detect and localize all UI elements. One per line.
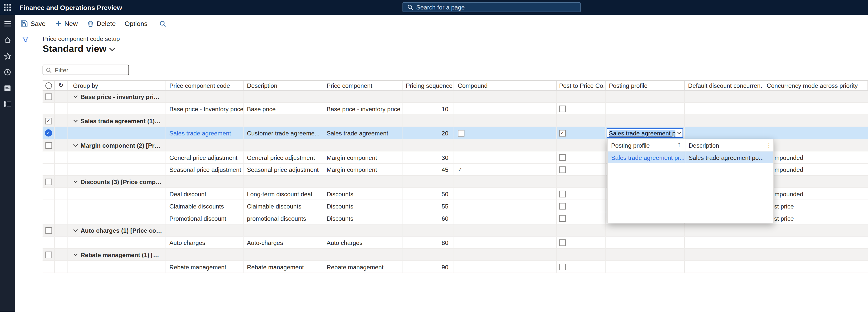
posting-profile-lookup-flyout: Posting profile ↑ Description ⋮ Sales tr… [607, 139, 774, 223]
global-search-placeholder: Search for a page [416, 4, 465, 11]
group-checkbox[interactable] [45, 178, 52, 185]
chevron-down-icon[interactable] [73, 95, 78, 98]
col-header-component[interactable]: Price component [323, 81, 403, 90]
post-checkbox[interactable] [559, 264, 566, 270]
group-checkbox[interactable]: ✓ [45, 117, 52, 124]
post-checkbox[interactable] [559, 215, 566, 221]
selected-row-indicator[interactable]: ✓ [45, 130, 52, 137]
grid-row-selected[interactable]: ✓ Sales trade agreement Customer trade a… [43, 127, 868, 139]
refresh-button[interactable]: ↻ [55, 81, 67, 90]
code-cell: General price adjustment [166, 151, 244, 163]
flyout-col-posting-profile[interactable]: Posting profile ↑ [608, 139, 685, 151]
app-window: Finance and Operations Preview Search fo… [0, 0, 868, 312]
col-header-compound[interactable]: Compound [454, 81, 557, 90]
app-title: Finance and Operations Preview [20, 3, 122, 11]
combobox-dropdown-button[interactable] [676, 129, 683, 137]
col-header-sequence[interactable]: Pricing sequence [403, 81, 454, 90]
posting-profile-combobox[interactable]: Sales trade agreement p [607, 128, 683, 138]
hamburger-icon [3, 21, 11, 27]
col-header-description[interactable]: Description [244, 81, 323, 90]
sidebar-item-workspaces[interactable] [0, 82, 15, 94]
view-selector[interactable]: Standard view [43, 44, 115, 55]
code-cell: Auto charges [166, 237, 244, 248]
chevron-down-icon[interactable] [73, 143, 78, 147]
select-all-circle-icon [45, 82, 52, 89]
grid-header-row: ↻ Group by Price component code Descript… [43, 80, 868, 91]
code-cell: Promotional discount [166, 212, 244, 224]
flyout-lookup-row[interactable]: Sales trade agreement pr... Sales trade … [608, 151, 773, 163]
clock-icon [4, 68, 11, 76]
grid-row[interactable]: Auto charges Auto-charges Auto charges 8… [43, 237, 868, 249]
post-checkbox[interactable] [559, 166, 566, 173]
code-cell: Deal discount [166, 188, 244, 200]
chevron-down-icon[interactable] [73, 119, 78, 123]
group-label: Rebate management (1) [Pri... [81, 251, 162, 258]
kebab-menu-icon[interactable]: ⋮ [764, 142, 773, 149]
filter-input[interactable] [54, 66, 122, 74]
group-checkbox[interactable] [45, 93, 52, 100]
col-header-concurrency[interactable]: Concurrency mode across priority [763, 81, 868, 90]
expand-nav-button[interactable] [0, 18, 15, 30]
group-label: Discounts (3) [Price compon... [81, 178, 162, 185]
sidebar-item-home[interactable] [0, 34, 15, 46]
col-header-group-by[interactable]: Group by [67, 81, 166, 90]
compound-checkbox[interactable] [458, 130, 464, 136]
flyout-header-row: Posting profile ↑ Description ⋮ [608, 139, 773, 152]
chevron-down-icon[interactable] [73, 180, 78, 183]
group-label: Margin component (2) [Pric... [81, 142, 162, 149]
task-list-icon [4, 101, 11, 107]
grid-row[interactable]: Base price - Inventory price Base price … [43, 103, 868, 115]
options-menu-button[interactable]: Options [125, 20, 148, 28]
col-header-post[interactable]: Post to Price Co... [557, 81, 606, 90]
funnel-icon [22, 36, 29, 42]
chevron-down-icon[interactable] [73, 229, 78, 232]
group-checkbox[interactable] [45, 251, 52, 258]
chevron-down-icon [109, 47, 115, 51]
flyout-col-description[interactable]: Description [685, 139, 764, 151]
post-checkbox[interactable] [559, 203, 566, 209]
compound-check: ✓ [458, 166, 462, 172]
filter-pane-button[interactable] [22, 35, 29, 45]
group-checkbox[interactable] [45, 142, 52, 149]
save-button[interactable]: Save [21, 20, 46, 28]
sidebar-item-favorites[interactable] [0, 50, 15, 62]
trash-icon [88, 20, 94, 27]
breadcrumb[interactable]: Price component code setup [43, 35, 120, 42]
global-search-box[interactable]: Search for a page [403, 2, 581, 12]
refresh-icon: ↻ [58, 82, 63, 88]
post-checkbox[interactable]: ✓ [559, 130, 566, 136]
sidebar-item-recent[interactable] [0, 66, 15, 78]
select-all-header[interactable] [43, 81, 55, 90]
app-launcher-button[interactable] [0, 0, 15, 15]
group-row[interactable]: Base price - inventory price ... [43, 91, 868, 103]
sidebar-item-modules[interactable] [0, 98, 15, 110]
grid-row[interactable]: Rebate management Rebate management Reba… [43, 261, 868, 273]
top-bar: Finance and Operations Preview Search fo… [0, 0, 868, 15]
plus-icon [56, 21, 61, 27]
post-checkbox[interactable] [559, 239, 566, 246]
col-header-code[interactable]: Price component code [166, 81, 244, 90]
chevron-down-icon[interactable] [73, 253, 78, 256]
home-icon [3, 36, 11, 43]
group-row[interactable]: Auto charges (1) [Price com... [43, 224, 868, 237]
command-search-button[interactable] [160, 20, 166, 27]
post-checkbox[interactable] [559, 190, 566, 197]
sort-ascending-icon: ↑ [677, 142, 681, 148]
search-icon [160, 20, 166, 27]
star-icon [3, 52, 11, 59]
group-checkbox[interactable] [45, 227, 52, 234]
group-label: Base price - inventory price ... [81, 93, 162, 100]
col-header-default-discount[interactable]: Default discount concurren... [685, 81, 763, 90]
post-checkbox[interactable] [559, 154, 566, 161]
code-cell: Rebate management [166, 261, 244, 273]
post-checkbox[interactable] [559, 105, 566, 112]
col-header-posting-profile[interactable]: Posting profile [606, 81, 685, 90]
group-row[interactable]: Rebate management (1) [Pri... [43, 249, 868, 261]
page-title: Standard view [43, 44, 106, 55]
new-button[interactable]: New [56, 20, 78, 28]
code-cell[interactable]: Sales trade agreement [166, 127, 244, 139]
grid-filter-box[interactable] [43, 65, 129, 75]
code-cell: Seasonal price adjustment [166, 164, 244, 175]
delete-button[interactable]: Delete [88, 20, 116, 28]
group-row[interactable]: ✓ Sales trade agreement (1) [P... [43, 115, 868, 127]
